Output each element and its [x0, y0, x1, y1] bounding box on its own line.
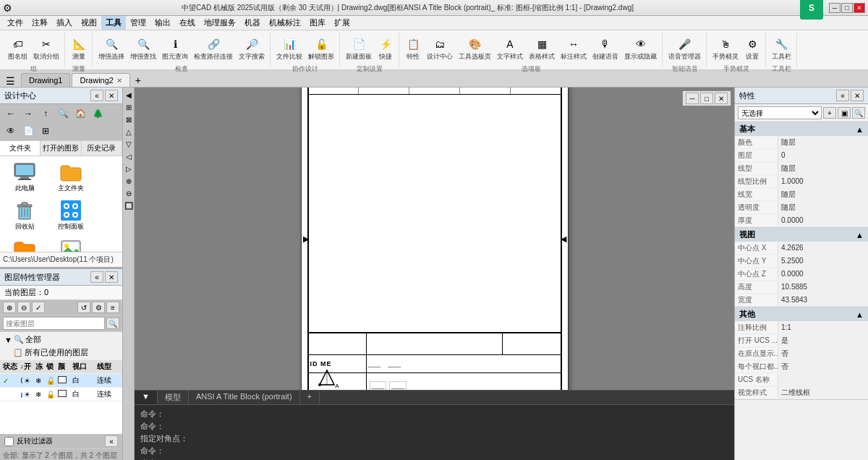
tb-properties[interactable]: 📋 特性 [403, 34, 423, 64]
tab-add-button[interactable]: + [132, 74, 145, 87]
tab-drawing2[interactable]: Drawing2 ✕ [72, 73, 129, 87]
file-item-cpanel[interactable]: 控制面板 [49, 197, 93, 233]
layer-refresh-btn[interactable]: ↺ [77, 302, 90, 313]
props-section-view-header[interactable]: 视图 ▲ [735, 228, 868, 242]
props-select[interactable]: 无选择 [738, 106, 822, 119]
tb-voice-manager[interactable]: 🎤 语音管理器 [666, 34, 703, 64]
dc-desc[interactable]: 📄 [20, 123, 36, 139]
side-icon-9[interactable]: ⊖ [123, 187, 135, 199]
dc-up[interactable]: ↑ [38, 106, 54, 122]
tb-tool-palette[interactable]: 🎨 工具选板页 [456, 34, 493, 64]
tb-enhance-find[interactable]: 🔍 增强查找 [128, 34, 158, 64]
props-section-misc-header[interactable]: 其他 ▲ [735, 307, 868, 321]
layer-row-0[interactable]: ✓ 0 ☀ ❄ 🔓 白 连续 [0, 374, 122, 388]
cmd-tab-model[interactable]: ▼ [135, 391, 158, 404]
side-icon-4[interactable]: △ [123, 126, 135, 137]
close-button[interactable]: ✕ [854, 3, 865, 13]
dc-expand-btn[interactable]: « [90, 90, 103, 101]
drawing-area[interactable]: ─ □ ✕ ▼ ▲ ▶ ◀ [135, 88, 734, 390]
file-item-trash[interactable]: 回收站 [3, 197, 46, 233]
file-item-computer[interactable]: 此电脑 [3, 159, 46, 195]
filter-all-item[interactable]: ▼ 🔍 全部 [3, 333, 119, 346]
props-close-btn[interactable]: ✕ [851, 90, 864, 101]
dc-views[interactable]: ⊞ [38, 123, 54, 139]
layer-search-input[interactable] [3, 317, 105, 330]
dc-tree-toggle[interactable]: 🌲 [90, 106, 106, 122]
cmd-tab-label[interactable]: 模型 [158, 391, 189, 404]
tb-show-hide[interactable]: 👁 显示或隐藏 [622, 34, 659, 64]
layer-new-btn[interactable]: ⊕ [3, 302, 16, 313]
tb-text-style[interactable]: A 文字样式 [495, 34, 525, 64]
menu-manage[interactable]: 管理 [126, 16, 150, 30]
props-section-basic-header[interactable]: 基本 ▲ [735, 122, 868, 136]
props-toggle-pickadd[interactable]: + [823, 107, 836, 119]
menu-online[interactable]: 在线 [175, 16, 200, 30]
props-quick-select[interactable]: 🔍 [852, 107, 865, 119]
layer-set-current-btn[interactable]: ✓ [32, 302, 45, 313]
dc-tab-history[interactable]: 历史记录 [82, 141, 122, 156]
maximize-button[interactable]: □ [841, 3, 853, 13]
dc-search[interactable]: 🔍 [55, 106, 71, 122]
menu-file[interactable]: 文件 [3, 16, 27, 30]
dc-back[interactable]: ← [3, 106, 19, 122]
file-item-mainfolder[interactable]: 主文件夹 [49, 159, 93, 195]
side-icon-8[interactable]: ⊕ [123, 175, 135, 187]
side-icon-10[interactable]: 🔲 [123, 200, 135, 211]
side-icon-3[interactable]: ⊠ [123, 114, 135, 125]
side-icon-2[interactable]: ⊞ [123, 101, 135, 113]
tab-drawing1[interactable]: Drawing1 [21, 73, 70, 87]
side-icon-1[interactable]: ◀ [123, 89, 135, 101]
tb-gesture-settings[interactable]: ⚙ 设置 [742, 34, 762, 64]
filter-invert-checkbox[interactable] [4, 437, 14, 446]
layer-close-btn[interactable]: ✕ [105, 271, 118, 283]
menu-mech-dim[interactable]: 机械标注 [265, 16, 305, 30]
tb-text-search[interactable]: 🔎 文字搜索 [237, 34, 267, 64]
minimize-button[interactable]: ─ [829, 3, 841, 13]
layer-panel-collapse[interactable]: « [105, 435, 118, 447]
menu-expand[interactable]: 扩展 [330, 16, 354, 30]
tb-create-voice[interactable]: 🎙 创建语音 [590, 34, 621, 64]
tb-group-name[interactable]: 🏷 图名组 [6, 34, 30, 64]
menu-geo[interactable]: 地理服务 [200, 16, 240, 30]
tb-check-path[interactable]: 🔗 检查路径连接 [192, 34, 235, 64]
tb-toolbar[interactable]: 🔧 工具栏 [770, 34, 793, 64]
dc-forward[interactable]: → [20, 106, 36, 122]
layer-expand-btn[interactable]: « [90, 271, 103, 283]
tb-ungroup[interactable]: ✂ 取消分组 [31, 34, 61, 64]
layer-more-btn[interactable]: ≡ [106, 302, 119, 313]
tb-shortcut[interactable]: ⚡ 快捷 [375, 34, 396, 64]
dc-preview[interactable]: 👁 [3, 123, 19, 139]
layer-delete-btn[interactable]: ⊖ [17, 302, 30, 313]
tb-measure[interactable]: 📐 测量 [69, 34, 89, 64]
side-icon-6[interactable]: ◁ [123, 150, 135, 162]
menu-tools[interactable]: 工具 [101, 16, 126, 30]
props-select-objects[interactable]: ▣ [838, 107, 851, 119]
dc-home[interactable]: 🏠 [72, 106, 88, 122]
menu-library[interactable]: 图库 [305, 16, 330, 30]
layer-search-btn[interactable]: 🔍 [106, 318, 119, 329]
tb-enhance-select[interactable]: 🔍 增强选择 [96, 34, 127, 64]
file-item-lib[interactable]: 库 [3, 236, 46, 252]
dc-close-btn[interactable]: ✕ [105, 90, 118, 101]
tb-elem-query[interactable]: ℹ 图元查询 [160, 34, 190, 64]
menu-view[interactable]: 视图 [77, 16, 101, 30]
tb-gesture[interactable]: 🖱 手势精灵 [710, 34, 741, 64]
cmd-tab-layout[interactable]: ANSI A Title Block (portrait) [189, 391, 300, 404]
menu-annotate[interactable]: 注释 [27, 16, 52, 30]
drawing-min-btn[interactable]: ─ [686, 93, 699, 104]
menu-output[interactable]: 输出 [150, 16, 175, 30]
menu-insert[interactable]: 插入 [52, 16, 77, 30]
tb-dim-style[interactable]: ↔ 标注样式 [558, 34, 589, 64]
tab-drawing2-close[interactable]: ✕ [116, 77, 122, 85]
filter-used-item[interactable]: 📋 所有已使用的图层 [3, 346, 119, 359]
tb-unlock[interactable]: 🔓 解锁图形 [306, 34, 336, 64]
side-icon-5[interactable]: ▽ [123, 138, 135, 150]
file-item-imglib[interactable]: 图库 [49, 236, 93, 252]
tb-table-style[interactable]: ▦ 表格样式 [527, 34, 557, 64]
drawing-max-btn[interactable]: □ [700, 93, 713, 104]
props-expand-btn[interactable]: « [836, 90, 849, 101]
side-icon-7[interactable]: ▷ [123, 163, 135, 174]
tb-file-compare[interactable]: 📊 文件比较 [274, 34, 305, 64]
dc-tab-open[interactable]: 打开的图形 [41, 141, 81, 156]
cmd-add-tab[interactable]: + [300, 391, 320, 404]
